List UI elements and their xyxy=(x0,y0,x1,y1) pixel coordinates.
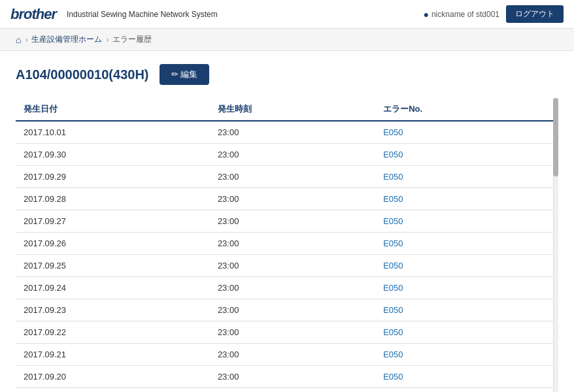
cell-time: 23:00 xyxy=(210,210,375,233)
table-row: 2017.09.2923:00E050 xyxy=(16,166,558,188)
cell-date: 2017.09.30 xyxy=(16,144,210,166)
error-link[interactable]: E050 xyxy=(383,327,403,337)
cell-time: 23:00 xyxy=(210,299,375,321)
cell-date: 2017.09.28 xyxy=(16,188,210,210)
cell-time: 23:00 xyxy=(210,344,375,366)
cell-error: E050 xyxy=(375,188,558,210)
header: brother Industrial Sewing Machine Networ… xyxy=(0,0,574,29)
table-row: 2017.09.2523:00E050 xyxy=(16,255,558,277)
breadcrumb-sep-2: › xyxy=(106,35,109,44)
cell-date: 2017.09.21 xyxy=(16,344,210,366)
cell-error: E050 xyxy=(375,166,558,188)
cell-error: E050 xyxy=(375,144,558,166)
breadcrumb-sep-1: › xyxy=(25,35,27,44)
cell-time: 23:00 xyxy=(210,121,375,144)
error-link[interactable]: E050 xyxy=(383,127,403,137)
cell-error: E050 xyxy=(375,321,558,344)
col-header-time: 発生時刻 xyxy=(210,98,375,121)
error-link[interactable]: E050 xyxy=(383,261,403,270)
cell-time: 23:00 xyxy=(210,277,375,299)
system-title: Industrial Sewing Machine Network System xyxy=(67,10,218,19)
page-title: A104/00000010(430H) xyxy=(16,67,149,82)
error-link[interactable]: E050 xyxy=(383,372,403,382)
header-left: brother Industrial Sewing Machine Networ… xyxy=(10,6,218,23)
cell-date: 2017.09.29 xyxy=(16,166,210,188)
cell-date: 2017.09.23 xyxy=(16,299,210,321)
breadcrumb-link-home[interactable]: 生産設備管理ホーム xyxy=(31,34,102,45)
edit-button[interactable]: ✏ 編集 xyxy=(160,64,210,85)
main-content: A104/00000010(430H) ✏ 編集 発生日付 発生時刻 エラーNo… xyxy=(0,51,574,392)
user-info: ● nickname of std001 xyxy=(423,9,499,20)
error-link[interactable]: E050 xyxy=(383,305,403,315)
table-row: 2017.09.2823:00E050 xyxy=(16,188,558,210)
logo: brother xyxy=(10,6,56,23)
error-link[interactable]: E050 xyxy=(383,283,403,293)
cell-error: E050 xyxy=(375,210,558,233)
table-row: 2017.09.2123:00E050 xyxy=(16,344,558,366)
cell-time: 23:00 xyxy=(210,255,375,277)
cell-date: 2017.10.01 xyxy=(16,121,210,144)
cell-time: 23:00 xyxy=(210,166,375,188)
col-header-date: 発生日付 xyxy=(16,98,210,121)
cell-error: E050 xyxy=(375,344,558,366)
scrollbar-track[interactable] xyxy=(553,98,558,392)
error-link[interactable]: E050 xyxy=(383,172,403,182)
cell-error: E050 xyxy=(375,277,558,299)
logout-button[interactable]: ログアウト xyxy=(506,5,564,23)
cell-date: 2017.09.24 xyxy=(16,277,210,299)
table-row: 2017.09.1923:00E050 xyxy=(16,388,558,393)
user-icon: ● xyxy=(423,9,428,20)
table-row: 2017.10.0123:00E050 xyxy=(16,121,558,144)
header-right: ● nickname of std001 ログアウト xyxy=(423,5,564,23)
table-row: 2017.09.2323:00E050 xyxy=(16,299,558,321)
breadcrumb-current: エラー履歴 xyxy=(112,34,152,45)
table-row: 2017.09.2423:00E050 xyxy=(16,277,558,299)
cell-date: 2017.09.20 xyxy=(16,366,210,388)
cell-error: E050 xyxy=(375,388,558,393)
table-header: 発生日付 発生時刻 エラーNo. xyxy=(16,98,558,121)
col-header-error: エラーNo. xyxy=(375,98,558,121)
error-link[interactable]: E050 xyxy=(383,350,403,359)
table-row: 2017.09.2623:00E050 xyxy=(16,233,558,255)
scrollbar-thumb[interactable] xyxy=(553,98,558,176)
table-row: 2017.09.2023:00E050 xyxy=(16,366,558,388)
cell-error: E050 xyxy=(375,299,558,321)
cell-date: 2017.09.22 xyxy=(16,321,210,344)
cell-time: 23:00 xyxy=(210,366,375,388)
cell-error: E050 xyxy=(375,233,558,255)
user-label: nickname of std001 xyxy=(431,10,499,19)
table-row: 2017.09.2723:00E050 xyxy=(16,210,558,233)
cell-time: 23:00 xyxy=(210,188,375,210)
table-body: 2017.10.0123:00E0502017.09.3023:00E05020… xyxy=(16,121,558,392)
page-title-area: A104/00000010(430H) ✏ 編集 xyxy=(16,64,558,85)
table-row: 2017.09.2223:00E050 xyxy=(16,321,558,344)
error-link[interactable]: E050 xyxy=(383,238,403,248)
home-icon[interactable]: ⌂ xyxy=(16,35,21,45)
cell-time: 23:00 xyxy=(210,144,375,166)
logo-area: brother xyxy=(10,6,56,23)
cell-error: E050 xyxy=(375,255,558,277)
cell-error: E050 xyxy=(375,121,558,144)
table-row: 2017.09.3023:00E050 xyxy=(16,144,558,166)
cell-time: 23:00 xyxy=(210,388,375,393)
cell-time: 23:00 xyxy=(210,321,375,344)
table-wrapper: 発生日付 発生時刻 エラーNo. 2017.10.0123:00E0502017… xyxy=(16,98,558,392)
error-link[interactable]: E050 xyxy=(383,216,403,226)
cell-date: 2017.09.27 xyxy=(16,210,210,233)
error-link[interactable]: E050 xyxy=(383,150,403,159)
cell-date: 2017.09.26 xyxy=(16,233,210,255)
cell-error: E050 xyxy=(375,366,558,388)
cell-date: 2017.09.19 xyxy=(16,388,210,393)
error-history-table: 発生日付 発生時刻 エラーNo. 2017.10.0123:00E0502017… xyxy=(16,98,558,392)
cell-date: 2017.09.25 xyxy=(16,255,210,277)
cell-time: 23:00 xyxy=(210,233,375,255)
error-link[interactable]: E050 xyxy=(383,194,403,204)
breadcrumb: ⌂ › 生産設備管理ホーム › エラー履歴 xyxy=(0,29,574,51)
